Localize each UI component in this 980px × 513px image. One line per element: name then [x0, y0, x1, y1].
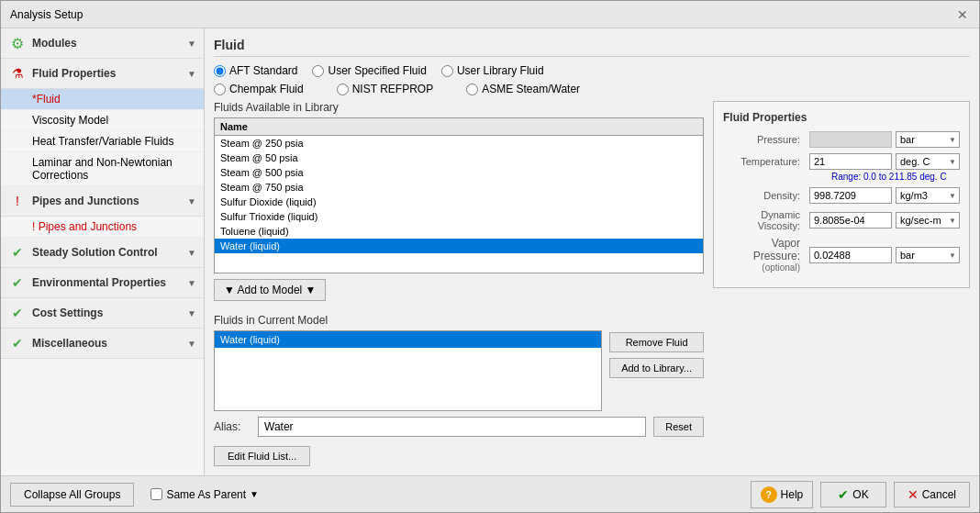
sidebar-group-steady-header[interactable]: ✔ Steady Solution Control ▼ [1, 238, 204, 268]
ok-label: OK [852, 488, 868, 501]
fluid-item-label: *Fluid [32, 93, 61, 106]
library-list: Steam @ 250 psia Steam @ 50 psia Steam @… [215, 136, 703, 253]
sidebar-group-environmental: ✔ Environmental Properties ▼ [1, 268, 204, 298]
misc-status-icon: ✔ [8, 334, 27, 352]
fluid-type-radio-group-2: Chempak Fluid NIST REFPROP ASME Steam/Wa… [214, 83, 970, 95]
density-row: Density: kg/m3 [723, 187, 960, 204]
add-to-model-button[interactable]: ▼ Add to Model ▼ [214, 279, 326, 301]
radio-aft-standard[interactable]: AFT Standard [214, 64, 297, 77]
sidebar-group-fluid-header[interactable]: ⚗ Fluid Properties ▼ [1, 59, 204, 89]
radio-user-specified-input[interactable] [312, 65, 324, 77]
pressure-unit-container: bar [896, 131, 960, 148]
pressure-input[interactable] [809, 131, 892, 148]
laminar-item-label: Laminar and Non-Newtonian Corrections [32, 156, 173, 182]
sidebar: ⚙ Modules ▼ ⚗ Fluid Properties ▼ *Fluid [1, 28, 205, 475]
radio-nist-label: NIST REFPROP [352, 83, 433, 95]
current-model-list[interactable]: Water (liquid) [214, 330, 602, 411]
sidebar-group-pipes-header[interactable]: ! Pipes and Junctions ▼ [1, 186, 204, 217]
density-input[interactable] [809, 187, 892, 204]
remove-fluid-button[interactable]: Remove Fluid [609, 332, 704, 352]
radio-aft-standard-input[interactable] [214, 65, 226, 77]
reset-button[interactable]: Reset [653, 417, 704, 437]
dynamic-viscosity-unit-container: kg/sec-m [896, 212, 960, 229]
current-model-item-0[interactable]: Water (liquid) [215, 331, 601, 348]
sidebar-group-misc-header[interactable]: ✔ Miscellaneous ▼ [1, 329, 204, 359]
dynamic-viscosity-input[interactable] [809, 212, 892, 229]
temperature-input[interactable] [809, 153, 892, 170]
sidebar-group-environmental-header[interactable]: ✔ Environmental Properties ▼ [1, 268, 204, 298]
same-as-parent-checkbox[interactable] [150, 488, 162, 500]
vapor-pressure-optional-label: (optional) [723, 262, 800, 273]
radio-asme-input[interactable] [466, 84, 478, 95]
current-model-container: Water (liquid) Remove Fluid Add to Libra… [214, 330, 704, 411]
bottom-bar: Collapse All Groups Same As Parent ▼ ? H… [1, 475, 979, 512]
ok-check-icon: ✔ [838, 487, 849, 502]
sidebar-item-laminar[interactable]: Laminar and Non-Newtonian Corrections [1, 152, 204, 186]
pressure-row: Pressure: bar [723, 131, 960, 148]
sidebar-group-modules: ⚙ Modules ▼ [1, 28, 204, 59]
viscosity-item-label: Viscosity Model [32, 114, 108, 127]
sidebar-group-cost-header[interactable]: ✔ Cost Settings ▼ [1, 298, 204, 329]
sidebar-item-fluid[interactable]: *Fluid [1, 89, 204, 110]
pipes-label: Pipes and Junctions [32, 195, 187, 207]
sidebar-item-viscosity[interactable]: Viscosity Model [1, 110, 204, 131]
library-item-3[interactable]: Steam @ 750 psia [215, 180, 703, 195]
cancel-button[interactable]: ✕ Cancel [894, 482, 970, 507]
sidebar-group-modules-header[interactable]: ⚙ Modules ▼ [1, 28, 204, 59]
add-to-library-button[interactable]: Add to Library... [609, 358, 704, 378]
library-item-6[interactable]: Toluene (liquid) [215, 224, 703, 239]
sidebar-group-pipes: ! Pipes and Junctions ▼ ! Pipes and Junc… [1, 186, 204, 238]
temperature-unit-select[interactable]: deg. C [896, 153, 960, 170]
ok-button[interactable]: ✔ OK [820, 482, 885, 507]
radio-asme[interactable]: ASME Steam/Water [466, 83, 580, 95]
title-bar: Analysis Setup ✕ [1, 1, 979, 28]
vapor-pressure-input[interactable] [809, 247, 892, 263]
library-item-5[interactable]: Sulfur Trioxide (liquid) [215, 209, 703, 224]
cost-status-icon: ✔ [8, 304, 27, 322]
pressure-unit-select[interactable]: bar [896, 131, 960, 148]
alias-input[interactable] [258, 417, 646, 437]
cancel-label: Cancel [922, 488, 956, 501]
library-list-header: Name [215, 118, 703, 136]
density-unit-container: kg/m3 [896, 187, 960, 204]
temperature-label: Temperature: [723, 156, 806, 167]
misc-label: Miscellaneous [32, 337, 187, 350]
library-item-4[interactable]: Sulfur Dioxide (liquid) [215, 195, 703, 209]
sidebar-item-pipes-junctions[interactable]: ! Pipes and Junctions [1, 217, 204, 238]
radio-user-library-input[interactable] [441, 65, 453, 77]
pipes-chevron: ▼ [187, 196, 196, 206]
radio-user-library[interactable]: User Library Fluid [441, 64, 544, 77]
close-button[interactable]: ✕ [955, 7, 970, 22]
vapor-pressure-row: Vapor Pressure: (optional) bar [723, 237, 960, 273]
fluid-content-area: Fluids Available in Library Name Steam @… [214, 101, 970, 466]
density-unit-select[interactable]: kg/m3 [896, 187, 960, 204]
radio-user-specified[interactable]: User Specified Fluid [312, 64, 426, 77]
vapor-pressure-unit-select[interactable]: bar [896, 247, 960, 263]
pipes-status-icon: ! [8, 192, 27, 210]
library-item-0[interactable]: Steam @ 250 psia [215, 136, 703, 151]
edit-fluid-list-button[interactable]: Edit Fluid List... [214, 446, 310, 466]
radio-nist[interactable]: NIST REFPROP [337, 83, 433, 95]
radio-chempak[interactable]: Chempak Fluid [214, 83, 304, 95]
radio-user-library-label: User Library Fluid [457, 64, 544, 77]
environmental-label: Environmental Properties [32, 276, 187, 289]
steady-label: Steady Solution Control [32, 246, 187, 259]
alias-label: Alias: [214, 420, 251, 433]
library-list-container[interactable]: Name Steam @ 250 psia Steam @ 50 psia St… [214, 117, 704, 273]
library-item-1[interactable]: Steam @ 50 psia [215, 151, 703, 165]
right-panel: Fluid AFT Standard User Specified Fluid … [205, 28, 979, 475]
help-icon: ? [761, 486, 777, 503]
temperature-unit-container: deg. C [896, 153, 960, 170]
vapor-pressure-label: Vapor Pressure: (optional) [723, 237, 806, 273]
temperature-row: Temperature: deg. C [723, 153, 960, 170]
library-item-7[interactable]: Water (liquid) [215, 239, 703, 253]
radio-chempak-input[interactable] [214, 84, 226, 95]
same-as-parent-dropdown-arrow[interactable]: ▼ [250, 489, 259, 499]
help-button[interactable]: ? Help [751, 481, 814, 508]
dynamic-viscosity-unit-select[interactable]: kg/sec-m [896, 212, 960, 229]
collapse-all-groups-button[interactable]: Collapse All Groups [10, 483, 134, 507]
radio-nist-input[interactable] [337, 84, 349, 95]
fluid-properties-chevron: ▼ [187, 69, 196, 79]
sidebar-item-heat-transfer[interactable]: Heat Transfer/Variable Fluids [1, 131, 204, 152]
library-item-2[interactable]: Steam @ 500 psia [215, 165, 703, 180]
